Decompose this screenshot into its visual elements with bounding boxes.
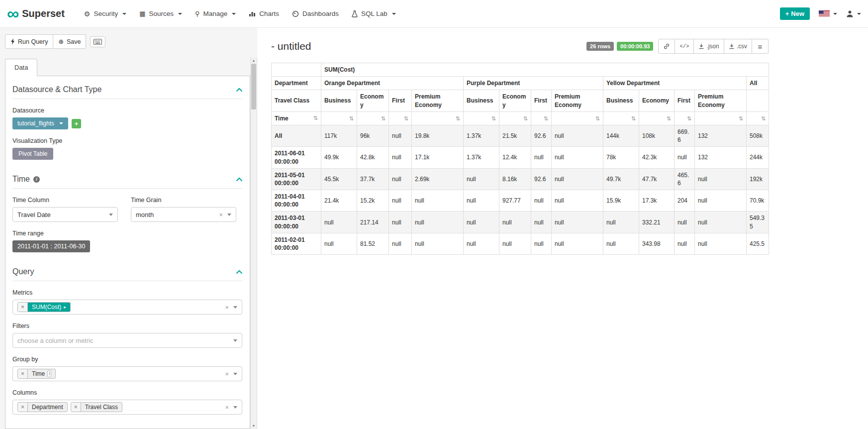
remove-token-icon[interactable]: × <box>71 403 81 412</box>
column-sort-header[interactable]: ⇅ <box>695 111 747 125</box>
cogs-icon: ⚙ <box>84 10 91 18</box>
value-cell: 96k <box>357 125 389 146</box>
section-header-time[interactable]: Time i <box>12 175 243 189</box>
scrollbar-up-arrow[interactable]: ▲ <box>251 57 257 64</box>
sort-icon[interactable]: ⇅ <box>491 115 496 122</box>
column-sort-header[interactable]: ⇅ <box>747 111 769 125</box>
panel-scrollbar[interactable]: ▲ ▼ <box>250 57 257 429</box>
chevron-down-icon <box>857 13 861 15</box>
value-cell: 2.69k <box>412 168 464 190</box>
sort-icon[interactable]: ⇅ <box>349 115 354 122</box>
value-cell: null <box>412 190 464 212</box>
remove-token-icon[interactable]: × <box>18 403 28 412</box>
sort-icon[interactable]: ⇅ <box>761 115 766 122</box>
chevron-down-icon <box>227 214 231 216</box>
value-cell: 332.21 <box>639 212 675 233</box>
value-cell: 927.77 <box>499 190 531 212</box>
remove-metric-icon[interactable]: × <box>18 303 28 312</box>
scrollbar-down-arrow[interactable]: ▼ <box>251 423 257 429</box>
sort-icon[interactable]: ⇅ <box>523 115 528 122</box>
time-column-select[interactable]: Travel Date <box>12 207 118 222</box>
section-header-query[interactable]: Query <box>12 267 243 281</box>
embed-code-button[interactable]: </> <box>675 39 694 54</box>
value-cell: 78k <box>603 147 639 168</box>
value-cell: 21.5k <box>499 125 531 146</box>
scrollbar-thumb[interactable] <box>251 64 256 109</box>
clear-icon[interactable]: × <box>225 304 229 311</box>
section-time: Time i Time Column Travel Date <box>12 175 243 252</box>
field-token[interactable]: ×Department <box>17 402 68 412</box>
table-row: All117k96knull19.8k1.37k21.5k92.6null144… <box>272 125 769 146</box>
value-cell: null <box>695 190 747 212</box>
column-sort-header[interactable]: ⇅ <box>499 111 531 125</box>
main-layout: Run Query ⊕ Save Data Dat <box>0 28 868 429</box>
row-label: 2011-06-01 00:00:00 <box>272 147 321 168</box>
field-token[interactable]: ×Timei <box>17 369 56 379</box>
remove-token-icon[interactable]: × <box>18 369 28 378</box>
chart-menu-button[interactable]: ≡ <box>752 39 769 54</box>
datasource-button[interactable]: tutorial_flights <box>12 117 68 129</box>
share-link-button[interactable] <box>658 39 675 54</box>
sort-icon[interactable]: ⇅ <box>595 115 600 122</box>
sort-icon[interactable]: ⇅ <box>631 115 636 122</box>
sort-icon[interactable]: ⇅ <box>456 115 460 122</box>
export-json-button[interactable]: .json <box>694 39 724 54</box>
chevron-up-icon <box>236 270 243 274</box>
new-button[interactable]: + New <box>780 7 810 20</box>
column-sort-header[interactable]: ⇅ <box>321 111 357 125</box>
metrics-select[interactable]: × SUM(Cost)▸ × <box>12 300 242 315</box>
sort-icon[interactable]: ⇅ <box>739 115 743 122</box>
superset-logo[interactable]: ∞ Superset <box>7 7 65 20</box>
column-sort-header[interactable]: ⇅ <box>389 111 412 125</box>
nav-item-manage[interactable]: ⚲Manage <box>189 5 242 22</box>
tab-data[interactable]: Data <box>5 59 37 76</box>
column-sort-header[interactable]: ⇅ <box>357 111 389 125</box>
metric-token[interactable]: × SUM(Cost)▸ <box>17 302 71 312</box>
clear-icon[interactable]: × <box>225 370 229 378</box>
user-menu[interactable] <box>846 10 861 17</box>
travel-class-header: Premium Economy <box>552 90 603 111</box>
run-query-button[interactable]: Run Query <box>5 34 53 49</box>
value-cell: null <box>531 190 552 212</box>
sort-icon[interactable]: ⇅ <box>667 115 671 122</box>
column-sort-header[interactable]: ⇅ <box>639 111 675 125</box>
language-menu[interactable] <box>819 10 837 17</box>
value-cell: null <box>464 233 499 254</box>
time-grain-select[interactable]: month × <box>131 207 236 222</box>
visualization-type-button[interactable]: Pivot Table <box>12 148 53 160</box>
nav-item-security[interactable]: ⚙Security <box>78 5 133 23</box>
time-sort-header[interactable]: Time⇅ <box>272 111 321 125</box>
group-by-select[interactable]: ×Timei × <box>12 366 242 381</box>
chevron-down-icon <box>232 13 236 15</box>
column-sort-header[interactable]: ⇅ <box>531 111 552 125</box>
sort-icon[interactable]: ⇅ <box>544 115 548 122</box>
sort-icon[interactable]: ⇅ <box>381 115 386 122</box>
export-csv-button[interactable]: .csv <box>724 39 752 54</box>
column-sort-header[interactable]: ⇅ <box>412 111 464 125</box>
column-sort-header[interactable]: ⇅ <box>603 111 639 125</box>
column-sort-header[interactable]: ⇅ <box>675 111 695 125</box>
nav-item-charts[interactable]: Charts <box>242 5 286 22</box>
panel-tabs: Data <box>5 59 250 76</box>
time-range-button[interactable]: 2011-01-01 : 2011-06-30 <box>12 240 90 252</box>
columns-select[interactable]: ×Department×Travel Class × <box>12 400 242 415</box>
sort-icon[interactable]: ⇅ <box>313 114 318 121</box>
nav-item-sql-lab[interactable]: SQL Lab <box>345 5 402 22</box>
shortcuts-button[interactable] <box>90 36 105 47</box>
column-sort-header[interactable]: ⇅ <box>552 111 603 125</box>
save-button[interactable]: ⊕ Save <box>53 34 86 49</box>
value-cell: null <box>552 125 603 146</box>
section-header-datasource[interactable]: Datasource & Chart Type <box>12 85 243 99</box>
value-cell: null <box>675 212 695 233</box>
filters-select[interactable]: choose a column or metric <box>12 333 242 348</box>
row-label: 2011-03-01 00:00:00 <box>272 212 321 233</box>
column-sort-header[interactable]: ⇅ <box>464 111 499 125</box>
clear-icon[interactable]: × <box>219 211 223 218</box>
nav-item-sources[interactable]: ▦Sources <box>133 5 189 22</box>
edit-datasource-button[interactable]: + <box>72 119 81 128</box>
clear-icon[interactable]: × <box>225 404 229 411</box>
nav-item-dashboards[interactable]: Dashboards <box>286 5 345 22</box>
sort-icon[interactable]: ⇅ <box>687 115 691 122</box>
sort-icon[interactable]: ⇅ <box>404 115 408 122</box>
field-token[interactable]: ×Travel Class <box>71 402 122 412</box>
